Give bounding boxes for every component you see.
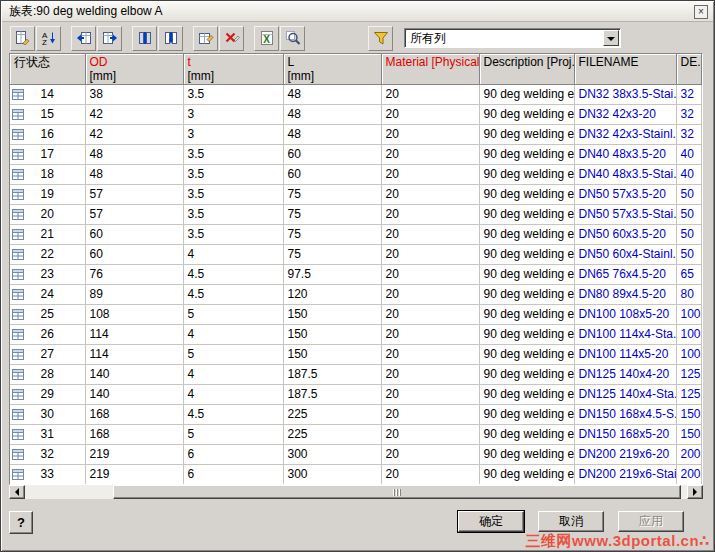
cancel-button[interactable]: 取消 (538, 511, 604, 532)
cell-t[interactable]: 3.5 (183, 185, 283, 205)
cell-od[interactable]: 76 (85, 265, 183, 285)
cell-description[interactable]: 90 deg welding el... (479, 405, 574, 425)
cell-description[interactable]: 90 deg welding el... (479, 125, 574, 145)
cell-filename[interactable]: DN100 114x4-Sta... (574, 325, 676, 345)
row-status-cell[interactable]: 24 (10, 285, 85, 305)
row-status-cell[interactable]: 31 (10, 425, 85, 445)
cell-l[interactable]: 60 (283, 165, 381, 185)
cell-od[interactable]: 219 (85, 465, 183, 485)
cell-de[interactable]: 50 (676, 185, 702, 205)
cell-l[interactable]: 60 (283, 145, 381, 165)
cell-de[interactable]: 40 (676, 165, 702, 185)
cell-filename[interactable]: DN200 219x6-20 (574, 445, 676, 465)
cell-filename[interactable]: DN80 89x4.5-20 (574, 285, 676, 305)
cell-t[interactable]: 3 (183, 105, 283, 125)
cell-od[interactable]: 89 (85, 285, 183, 305)
cell-l[interactable]: 187.5 (283, 365, 381, 385)
cell-de[interactable]: 50 (676, 205, 702, 225)
cell-filename[interactable]: DN125 140x4-Sta... (574, 385, 676, 405)
cell-de[interactable]: 100 (676, 305, 702, 325)
cell-t[interactable]: 4 (183, 245, 283, 265)
cell-filename[interactable]: DN100 114x5-20 (574, 345, 676, 365)
cell-filename[interactable]: DN32 42x3-Stainl... (574, 125, 676, 145)
column-header-material[interactable]: Material [Physical] (381, 54, 479, 85)
cell-filename[interactable]: DN50 60x4-Stainl... (574, 245, 676, 265)
delete-row-button[interactable] (219, 26, 244, 51)
cell-material[interactable]: 20 (381, 185, 479, 205)
delete-column-button[interactable] (158, 26, 183, 51)
cell-de[interactable]: 40 (676, 145, 702, 165)
cell-description[interactable]: 90 deg welding el... (479, 105, 574, 125)
cell-t[interactable]: 3.5 (183, 165, 283, 185)
cell-t[interactable]: 5 (183, 305, 283, 325)
row-status-cell[interactable]: 14 (10, 85, 85, 105)
cell-l[interactable]: 120 (283, 285, 381, 305)
cell-filename[interactable]: DN150 168x5-20 (574, 425, 676, 445)
row-status-cell[interactable]: 28 (10, 365, 85, 385)
cell-de[interactable]: 200 (676, 445, 702, 465)
cell-l[interactable]: 75 (283, 185, 381, 205)
cell-description[interactable]: 90 deg welding el... (479, 225, 574, 245)
cell-description[interactable]: 90 deg welding el... (479, 325, 574, 345)
move-column-right-button[interactable] (97, 26, 122, 51)
cell-material[interactable]: 20 (381, 205, 479, 225)
cell-de[interactable]: 50 (676, 225, 702, 245)
row-status-cell[interactable]: 20 (10, 205, 85, 225)
cell-od[interactable]: 140 (85, 385, 183, 405)
cell-material[interactable]: 20 (381, 285, 479, 305)
column-header-status[interactable]: 行状态 (10, 54, 85, 85)
cell-de[interactable]: 32 (676, 105, 702, 125)
cell-de[interactable]: 80 (676, 285, 702, 305)
cell-filename[interactable]: DN32 42x3-20 (574, 105, 676, 125)
cell-material[interactable]: 20 (381, 245, 479, 265)
cell-material[interactable]: 20 (381, 85, 479, 105)
cell-od[interactable]: 108 (85, 305, 183, 325)
cell-description[interactable]: 90 deg welding el... (479, 145, 574, 165)
cell-material[interactable]: 20 (381, 425, 479, 445)
cell-description[interactable]: 90 deg welding el... (479, 385, 574, 405)
cell-material[interactable]: 20 (381, 225, 479, 245)
row-status-cell[interactable]: 30 (10, 405, 85, 425)
cell-od[interactable]: 60 (85, 225, 183, 245)
cell-material[interactable]: 20 (381, 265, 479, 285)
cell-description[interactable]: 90 deg welding el... (479, 305, 574, 325)
column-header-l[interactable]: L[mm] (283, 54, 381, 85)
column-header-de[interactable]: DE... (676, 54, 702, 85)
cell-material[interactable]: 20 (381, 385, 479, 405)
cell-od[interactable]: 60 (85, 245, 183, 265)
cell-filename[interactable]: DN50 60x3.5-20 (574, 225, 676, 245)
row-status-cell[interactable]: 26 (10, 325, 85, 345)
row-status-cell[interactable]: 27 (10, 345, 85, 365)
cell-od[interactable]: 42 (85, 125, 183, 145)
row-status-cell[interactable]: 15 (10, 105, 85, 125)
cell-filename[interactable]: DN40 48x3.5-20 (574, 145, 676, 165)
row-status-cell[interactable]: 32 (10, 445, 85, 465)
cell-filename[interactable]: DN100 108x5-20 (574, 305, 676, 325)
cell-material[interactable]: 20 (381, 105, 479, 125)
row-status-cell[interactable]: 33 (10, 465, 85, 485)
column-header-description[interactable]: Description [Proj... (479, 54, 574, 85)
cell-l[interactable]: 48 (283, 85, 381, 105)
cell-material[interactable]: 20 (381, 445, 479, 465)
row-status-cell[interactable]: 23 (10, 265, 85, 285)
cell-t[interactable]: 3.5 (183, 225, 283, 245)
cell-description[interactable]: 90 deg welding el... (479, 265, 574, 285)
cell-description[interactable]: 90 deg welding el... (479, 245, 574, 265)
cell-t[interactable]: 4 (183, 365, 283, 385)
cell-l[interactable]: 150 (283, 325, 381, 345)
row-status-cell[interactable]: 16 (10, 125, 85, 145)
cell-od[interactable]: 168 (85, 405, 183, 425)
cell-de[interactable]: 50 (676, 245, 702, 265)
move-column-left-button[interactable] (71, 26, 96, 51)
cell-filename[interactable]: DN50 57x3.5-Stai... (574, 205, 676, 225)
cell-description[interactable]: 90 deg welding el... (479, 465, 574, 485)
cell-material[interactable]: 20 (381, 305, 479, 325)
cell-od[interactable]: 57 (85, 185, 183, 205)
ok-button[interactable]: 确定 (458, 511, 524, 532)
cell-material[interactable]: 20 (381, 325, 479, 345)
cell-t[interactable]: 4.5 (183, 405, 283, 425)
row-status-cell[interactable]: 19 (10, 185, 85, 205)
cell-description[interactable]: 90 deg welding el... (479, 285, 574, 305)
cell-od[interactable]: 42 (85, 105, 183, 125)
cell-l[interactable]: 48 (283, 105, 381, 125)
